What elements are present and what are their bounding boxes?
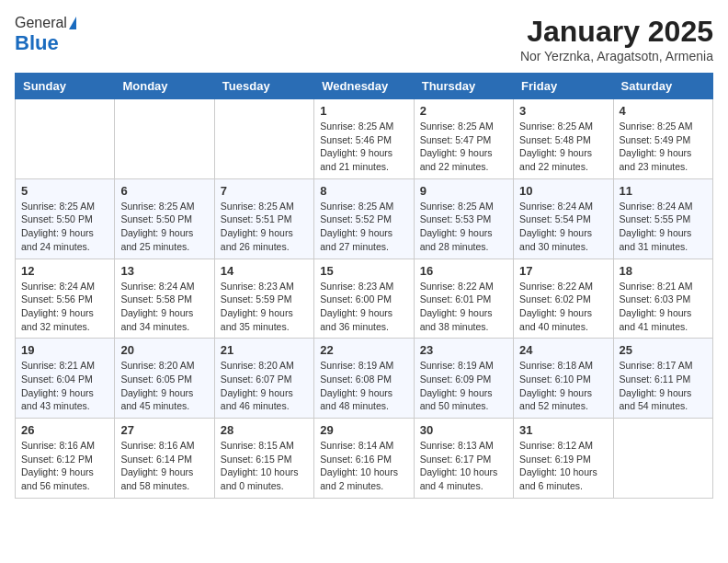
calendar-cell: 12Sunrise: 8:24 AM Sunset: 5:56 PM Dayli… bbox=[16, 259, 115, 339]
day-of-week-header: Saturday bbox=[613, 74, 712, 99]
day-number: 25 bbox=[620, 343, 707, 357]
day-number: 23 bbox=[420, 343, 507, 357]
day-detail: Sunrise: 8:18 AM Sunset: 6:10 PM Dayligh… bbox=[519, 359, 607, 413]
day-detail: Sunrise: 8:20 AM Sunset: 6:07 PM Dayligh… bbox=[221, 359, 308, 413]
calendar-cell: 1Sunrise: 8:25 AM Sunset: 5:46 PM Daylig… bbox=[314, 99, 414, 179]
calendar-cell: 14Sunrise: 8:23 AM Sunset: 5:59 PM Dayli… bbox=[214, 259, 313, 339]
calendar-cell: 17Sunrise: 8:22 AM Sunset: 6:02 PM Dayli… bbox=[514, 259, 613, 339]
day-number: 5 bbox=[21, 184, 108, 198]
day-detail: Sunrise: 8:25 AM Sunset: 5:53 PM Dayligh… bbox=[420, 200, 507, 254]
day-detail: Sunrise: 8:14 AM Sunset: 6:16 PM Dayligh… bbox=[320, 439, 407, 493]
day-detail: Sunrise: 8:24 AM Sunset: 5:58 PM Dayligh… bbox=[120, 280, 208, 334]
day-number: 6 bbox=[120, 184, 208, 198]
day-detail: Sunrise: 8:15 AM Sunset: 6:15 PM Dayligh… bbox=[221, 439, 308, 493]
day-number: 3 bbox=[519, 104, 607, 118]
title-area: January 2025 Nor Yerznka, Aragatsotn, Ar… bbox=[520, 15, 713, 63]
calendar-cell: 31Sunrise: 8:12 AM Sunset: 6:19 PM Dayli… bbox=[514, 419, 613, 499]
logo-blue-text: Blue bbox=[15, 31, 59, 54]
day-number: 24 bbox=[519, 343, 607, 357]
page-header: General Blue January 2025 Nor Yerznka, A… bbox=[15, 15, 713, 63]
logo-triangle-icon bbox=[69, 17, 76, 29]
day-number: 18 bbox=[620, 264, 707, 278]
calendar-cell: 19Sunrise: 8:21 AM Sunset: 6:04 PM Dayli… bbox=[16, 339, 115, 419]
calendar-cell: 7Sunrise: 8:25 AM Sunset: 5:51 PM Daylig… bbox=[214, 178, 313, 259]
calendar-header-row: SundayMondayTuesdayWednesdayThursdayFrid… bbox=[16, 74, 713, 99]
day-number: 12 bbox=[21, 264, 108, 278]
calendar-cell: 26Sunrise: 8:16 AM Sunset: 6:12 PM Dayli… bbox=[16, 419, 115, 499]
calendar-cell: 24Sunrise: 8:18 AM Sunset: 6:10 PM Dayli… bbox=[514, 339, 613, 419]
calendar-cell: 23Sunrise: 8:19 AM Sunset: 6:09 PM Dayli… bbox=[414, 339, 513, 419]
day-detail: Sunrise: 8:25 AM Sunset: 5:51 PM Dayligh… bbox=[221, 200, 308, 254]
day-number: 31 bbox=[519, 423, 607, 437]
calendar-cell: 18Sunrise: 8:21 AM Sunset: 6:03 PM Dayli… bbox=[613, 259, 712, 339]
calendar-cell: 28Sunrise: 8:15 AM Sunset: 6:15 PM Dayli… bbox=[214, 419, 313, 499]
day-detail: Sunrise: 8:22 AM Sunset: 6:02 PM Dayligh… bbox=[519, 280, 607, 334]
day-number: 8 bbox=[320, 184, 407, 198]
calendar-week-row: 1Sunrise: 8:25 AM Sunset: 5:46 PM Daylig… bbox=[16, 99, 713, 179]
calendar-cell: 9Sunrise: 8:25 AM Sunset: 5:53 PM Daylig… bbox=[414, 178, 513, 259]
day-number: 20 bbox=[120, 343, 208, 357]
calendar-cell bbox=[214, 99, 313, 179]
logo: General Blue bbox=[15, 15, 76, 55]
day-detail: Sunrise: 8:19 AM Sunset: 6:08 PM Dayligh… bbox=[320, 359, 407, 413]
day-detail: Sunrise: 8:21 AM Sunset: 6:03 PM Dayligh… bbox=[620, 280, 707, 334]
calendar-cell: 6Sunrise: 8:25 AM Sunset: 5:50 PM Daylig… bbox=[115, 178, 214, 259]
day-number: 27 bbox=[120, 423, 208, 437]
day-detail: Sunrise: 8:25 AM Sunset: 5:52 PM Dayligh… bbox=[320, 200, 407, 254]
calendar-cell: 30Sunrise: 8:13 AM Sunset: 6:17 PM Dayli… bbox=[414, 419, 513, 499]
calendar-cell: 15Sunrise: 8:23 AM Sunset: 6:00 PM Dayli… bbox=[314, 259, 414, 339]
calendar-cell: 4Sunrise: 8:25 AM Sunset: 5:49 PM Daylig… bbox=[613, 99, 712, 179]
calendar-cell bbox=[16, 99, 115, 179]
calendar-cell: 5Sunrise: 8:25 AM Sunset: 5:50 PM Daylig… bbox=[16, 178, 115, 259]
day-of-week-header: Wednesday bbox=[314, 74, 414, 99]
day-detail: Sunrise: 8:13 AM Sunset: 6:17 PM Dayligh… bbox=[420, 439, 507, 493]
day-detail: Sunrise: 8:25 AM Sunset: 5:50 PM Dayligh… bbox=[21, 200, 108, 254]
calendar-cell: 8Sunrise: 8:25 AM Sunset: 5:52 PM Daylig… bbox=[314, 178, 414, 259]
day-number: 22 bbox=[320, 343, 407, 357]
calendar-week-row: 19Sunrise: 8:21 AM Sunset: 6:04 PM Dayli… bbox=[16, 339, 713, 419]
calendar-cell: 25Sunrise: 8:17 AM Sunset: 6:11 PM Dayli… bbox=[613, 339, 712, 419]
calendar-week-row: 5Sunrise: 8:25 AM Sunset: 5:50 PM Daylig… bbox=[16, 178, 713, 259]
day-of-week-header: Friday bbox=[514, 74, 613, 99]
day-detail: Sunrise: 8:25 AM Sunset: 5:49 PM Dayligh… bbox=[620, 120, 707, 174]
day-number: 9 bbox=[420, 184, 507, 198]
day-number: 11 bbox=[620, 184, 707, 198]
day-detail: Sunrise: 8:25 AM Sunset: 5:47 PM Dayligh… bbox=[420, 120, 507, 174]
day-number: 16 bbox=[420, 264, 507, 278]
day-detail: Sunrise: 8:16 AM Sunset: 6:12 PM Dayligh… bbox=[21, 439, 108, 493]
calendar-cell: 13Sunrise: 8:24 AM Sunset: 5:58 PM Dayli… bbox=[115, 259, 214, 339]
day-of-week-header: Tuesday bbox=[214, 74, 313, 99]
day-detail: Sunrise: 8:23 AM Sunset: 5:59 PM Dayligh… bbox=[221, 280, 308, 334]
day-number: 15 bbox=[320, 264, 407, 278]
calendar-table: SundayMondayTuesdayWednesdayThursdayFrid… bbox=[15, 73, 713, 499]
day-detail: Sunrise: 8:12 AM Sunset: 6:19 PM Dayligh… bbox=[519, 439, 607, 493]
location-label: Nor Yerznka, Aragatsotn, Armenia bbox=[520, 49, 713, 63]
day-number: 13 bbox=[120, 264, 208, 278]
logo-general-text: General bbox=[15, 15, 67, 31]
calendar-cell: 29Sunrise: 8:14 AM Sunset: 6:16 PM Dayli… bbox=[314, 419, 414, 499]
calendar-cell: 16Sunrise: 8:22 AM Sunset: 6:01 PM Dayli… bbox=[414, 259, 513, 339]
day-number: 29 bbox=[320, 423, 407, 437]
day-detail: Sunrise: 8:17 AM Sunset: 6:11 PM Dayligh… bbox=[620, 359, 707, 413]
day-number: 17 bbox=[519, 264, 607, 278]
day-detail: Sunrise: 8:16 AM Sunset: 6:14 PM Dayligh… bbox=[120, 439, 208, 493]
calendar-week-row: 26Sunrise: 8:16 AM Sunset: 6:12 PM Dayli… bbox=[16, 419, 713, 499]
day-number: 19 bbox=[21, 343, 108, 357]
day-detail: Sunrise: 8:25 AM Sunset: 5:50 PM Dayligh… bbox=[120, 200, 208, 254]
calendar-week-row: 12Sunrise: 8:24 AM Sunset: 5:56 PM Dayli… bbox=[16, 259, 713, 339]
day-number: 30 bbox=[420, 423, 507, 437]
day-of-week-header: Sunday bbox=[16, 74, 115, 99]
day-number: 14 bbox=[221, 264, 308, 278]
day-of-week-header: Monday bbox=[115, 74, 214, 99]
calendar-cell bbox=[115, 99, 214, 179]
day-number: 21 bbox=[221, 343, 308, 357]
calendar-cell: 22Sunrise: 8:19 AM Sunset: 6:08 PM Dayli… bbox=[314, 339, 414, 419]
calendar-cell: 21Sunrise: 8:20 AM Sunset: 6:07 PM Dayli… bbox=[214, 339, 313, 419]
day-detail: Sunrise: 8:23 AM Sunset: 6:00 PM Dayligh… bbox=[320, 280, 407, 334]
day-detail: Sunrise: 8:25 AM Sunset: 5:46 PM Dayligh… bbox=[320, 120, 407, 174]
day-detail: Sunrise: 8:22 AM Sunset: 6:01 PM Dayligh… bbox=[420, 280, 507, 334]
day-number: 4 bbox=[620, 104, 707, 118]
day-detail: Sunrise: 8:24 AM Sunset: 5:56 PM Dayligh… bbox=[21, 280, 108, 334]
calendar-cell: 10Sunrise: 8:24 AM Sunset: 5:54 PM Dayli… bbox=[514, 178, 613, 259]
month-title: January 2025 bbox=[520, 15, 713, 49]
